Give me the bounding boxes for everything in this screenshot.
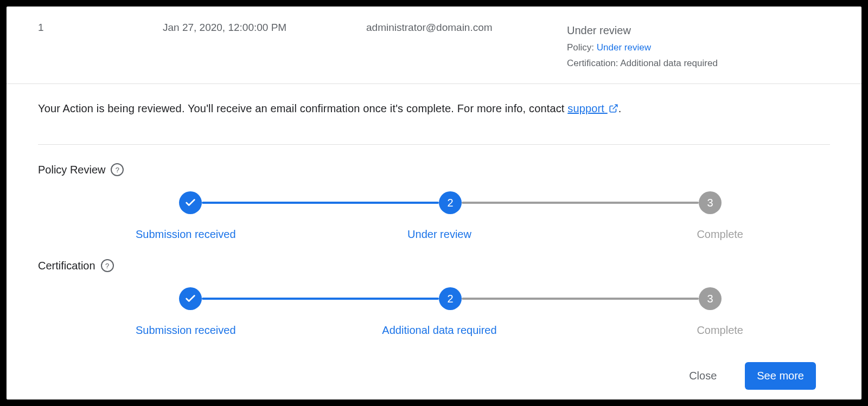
divider [38, 144, 830, 145]
review-notice: Your Action is being reviewed. You'll re… [38, 102, 830, 115]
see-more-button[interactable]: See more [745, 362, 816, 390]
help-icon[interactable]: ? [111, 163, 124, 176]
certification-heading: Certification ? [38, 259, 830, 272]
step-1-circle [179, 191, 202, 214]
step-2-label: Additional data required [338, 324, 540, 337]
svg-line-0 [612, 105, 617, 109]
policy-review-heading: Policy Review ? [38, 163, 830, 176]
submission-date: Jan 27, 2020, 12:00:00 PM [163, 22, 366, 34]
step-3-circle: 3 [699, 191, 722, 214]
status-policy-link[interactable]: Under review [597, 42, 651, 53]
footer-actions: Close See more [686, 362, 816, 390]
step-2-circle: 2 [439, 191, 462, 214]
submission-row: 1 Jan 27, 2020, 12:00:00 PM administrato… [7, 7, 861, 84]
status-policy: Policy: Under review [567, 40, 851, 55]
notice-text-after: . [618, 102, 622, 114]
status-main: Under review [567, 22, 851, 39]
review-panel: 1 Jan 27, 2020, 12:00:00 PM administrato… [7, 7, 861, 399]
connector-2-3 [462, 298, 699, 300]
submission-email: administrator@domain.com [366, 22, 567, 34]
check-icon [184, 197, 196, 209]
step-3-label: Complete [541, 324, 743, 337]
connector-1-2 [202, 298, 439, 300]
step-2-label: Under review [338, 228, 540, 241]
step-1-label: Submission received [136, 324, 338, 337]
connector-1-2 [202, 202, 439, 204]
submission-status: Under review Policy: Under review Certif… [567, 22, 851, 70]
support-link[interactable]: support [567, 102, 618, 114]
step-3-label: Complete [541, 228, 743, 241]
submission-id: 1 [38, 22, 163, 34]
step-3-circle: 3 [699, 287, 722, 310]
step-1-circle [179, 287, 202, 310]
step-1-label: Submission received [136, 228, 338, 241]
certification-stepper: 2 3 Submission received Additional data … [38, 287, 830, 337]
status-certification: Certification: Additional data required [567, 56, 851, 70]
step-2-circle: 2 [439, 287, 462, 310]
policy-review-title: Policy Review [38, 164, 105, 176]
policy-review-stepper: 2 3 Submission received Under review Com… [38, 191, 830, 241]
external-link-icon [609, 104, 618, 113]
connector-2-3 [462, 202, 699, 204]
certification-title: Certification [38, 260, 95, 272]
check-icon [184, 293, 196, 305]
close-button[interactable]: Close [686, 364, 720, 388]
status-policy-label: Policy: [567, 42, 597, 53]
panel-body: Your Action is being reviewed. You'll re… [7, 84, 861, 350]
help-icon[interactable]: ? [101, 259, 114, 272]
notice-text-before: Your Action is being reviewed. You'll re… [38, 102, 567, 114]
